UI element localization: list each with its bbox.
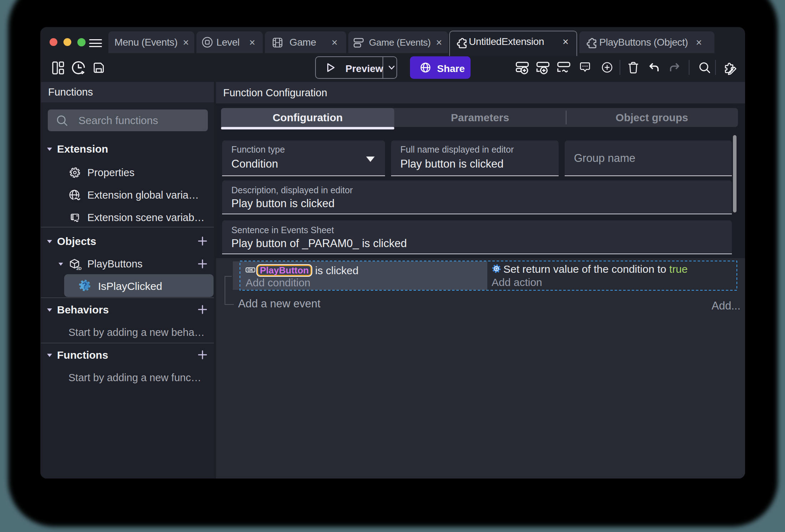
svg-text:2D: 2D	[76, 266, 82, 271]
svg-text:G: G	[494, 266, 498, 271]
svg-text:?: ?	[82, 281, 87, 290]
